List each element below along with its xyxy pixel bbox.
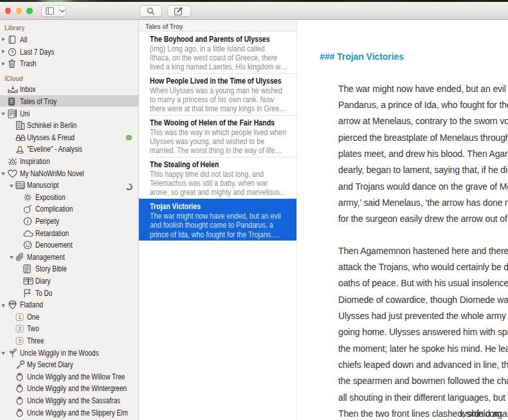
svg-text:2: 2 [18, 325, 21, 332]
svg-text:3: 3 [18, 338, 21, 344]
svg-text:1: 1 [18, 314, 21, 320]
